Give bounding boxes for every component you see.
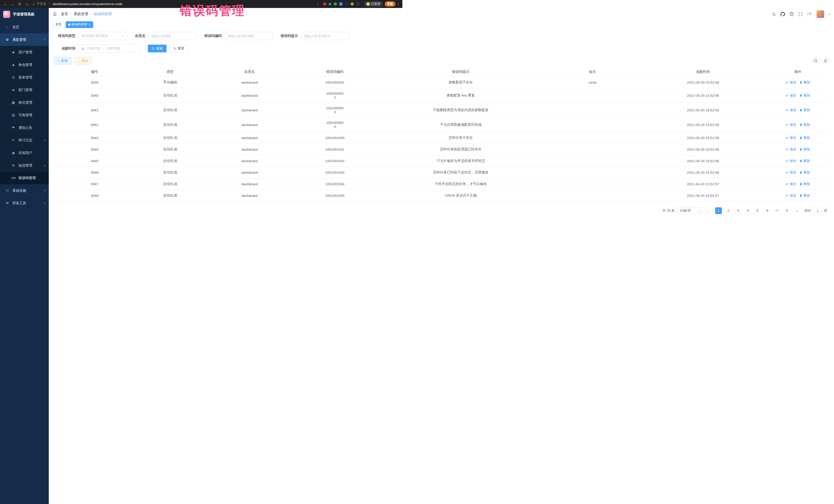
sidebar-item-online[interactable]: ◉ 在线用户: [0, 147, 49, 159]
tab-bar: 首页错误码管理×: [49, 20, 402, 29]
sidebar-item-notice[interactable]: ⚑ 通知公告: [0, 122, 49, 134]
role-icon: ♟: [11, 63, 15, 67]
cell-app: dashboard: [205, 155, 294, 167]
sidebar-item-home[interactable]: ⌂ 首页: [0, 21, 49, 34]
sidebar-item-user[interactable]: ☻ 用户管理: [0, 46, 49, 59]
breadcrumb-item[interactable]: 错误码管理: [94, 12, 112, 17]
plus-icon: +: [58, 59, 60, 63]
cell-hint: CRON 表达式不正确: [375, 190, 402, 201]
cell-id: 3944: [54, 144, 135, 155]
breadcrumb-item[interactable]: 首页: [61, 12, 68, 17]
sidebar-item-system[interactable]: ⚙ 系统管理 ∧: [0, 34, 49, 46]
dict-icon: ▤: [11, 113, 15, 117]
download-icon: ↓: [79, 59, 80, 63]
sidebar-item-post[interactable]: ▣ 岗位管理: [0, 96, 49, 109]
page-content: 错误码类型 请选择错误码类型 ∨ 应用名 错误码编码 错误码提示: [49, 29, 402, 243]
breadcrumb-separator: /: [70, 12, 71, 16]
filter-item-time: 创建时间 ▦ 开始日期 - 结束日期: [54, 44, 139, 52]
sidebar-item-infra[interactable]: ☷ 基础设施 ∨: [0, 184, 49, 197]
sidebar-item-tools[interactable]: ⚒ 研发工具 ∨: [0, 197, 49, 210]
cell-hint: 只有开启状态的任务，才可以修改: [375, 178, 402, 190]
column-header-3: 错误码编码: [294, 67, 375, 77]
url-text[interactable]: dashboard.yudao.iocoder.cn/system/error-…: [52, 2, 123, 6]
column-header-1: 类型: [135, 67, 205, 77]
cell-hint: 定时任务已经处于该状态，无需修改: [375, 167, 402, 178]
extension-icon[interactable]: [339, 2, 343, 6]
table-row: 3942 自动生成 dashboard 100100000 4 不允许获取敏感配…: [54, 117, 402, 132]
gear-icon: ⚙: [5, 38, 9, 42]
extension-icon[interactable]: [323, 2, 326, 6]
breadcrumb-separator: /: [90, 12, 91, 16]
browser-back-icon[interactable]: ←: [2, 2, 9, 6]
table-body: 3939 手动编辑 dashboard 1001000001 参数配置不存在 c…: [54, 77, 402, 201]
table-row: 3941 自动生成 dashboard 100100000 3 不能删除类型为系…: [54, 103, 402, 117]
paused-label: 已暂停: [371, 2, 380, 6]
reset-button-label: 重置: [178, 46, 184, 51]
pagination: 共 76 条 10条/页 ∨ ‹ 123456•••8 › 前往 页: [54, 207, 402, 214]
column-header-0: 编号: [54, 67, 135, 77]
sidebar-item-error-code[interactable]: </> 错误码管理: [0, 172, 49, 184]
export-button-label: 导出: [81, 59, 88, 63]
infra-icon: ☷: [5, 189, 9, 193]
cell-type: 自动生成: [135, 117, 205, 132]
error-code-input[interactable]: [225, 32, 272, 40]
cell-code: 100100000 4: [294, 117, 375, 132]
cell-type: 自动生成: [135, 190, 205, 201]
security-label: 不安全: [37, 2, 46, 6]
breadcrumb-item[interactable]: 系统管理: [74, 12, 88, 17]
error-type-select[interactable]: 请选择错误码类型 ∨: [79, 32, 127, 40]
emoji-face-icon: [367, 2, 370, 6]
sidebar-menu: ⌂ 首页 ⚙ 系统管理 ∧ ☻ 用户管理 ♟ 角色管理 ☰ 菜单管理 ♣ 部门管…: [0, 21, 49, 210]
app-logo[interactable]: 芋道管理系统: [0, 8, 49, 21]
browser-forward-icon[interactable]: →: [9, 2, 16, 6]
cell-hint: 只允许修改为开启或者关闭状态: [375, 155, 402, 167]
export-button[interactable]: ↓ 导出: [75, 57, 92, 65]
paused-badge[interactable]: 已暂停: [364, 1, 382, 7]
cell-id: 3939: [54, 77, 135, 88]
extension-icon[interactable]: [351, 2, 354, 6]
main-area: ☰ 首页/系统管理/错误码管理 TT ▾: [49, 8, 402, 243]
sidebar-item-role[interactable]: ♟ 角色管理: [0, 59, 49, 71]
sidebar-item-audit[interactable]: ✎ 审计日志 ∨: [0, 134, 49, 147]
search-button[interactable]: 搜索: [148, 45, 167, 52]
cell-type: 自动生成: [135, 144, 205, 155]
hamburger-icon[interactable]: ☰: [53, 12, 57, 17]
sidebar-item-sms[interactable]: ✉ 短信管理 ∨: [0, 159, 49, 172]
cell-type: 自动生成: [135, 88, 205, 103]
sidebar-item-menu[interactable]: ☰ 菜单管理: [0, 71, 49, 84]
browser-home-icon[interactable]: ⌂: [24, 2, 30, 6]
cell-id: 3946: [54, 167, 135, 178]
address-bar[interactable]: ⚠ 不安全 dashboard.yudao.iocoder.cn/system/…: [32, 2, 123, 6]
cell-app: dashboard: [205, 117, 294, 132]
browser-menu-dots-icon[interactable]: ⋮: [397, 2, 400, 6]
date-range-picker[interactable]: ▦ 开始日期 - 结束日期: [79, 44, 139, 52]
browser-reload-icon[interactable]: ↻: [17, 2, 23, 6]
cell-type: 手动编辑: [135, 77, 205, 88]
update-button[interactable]: 更新: [385, 1, 395, 7]
sidebar-item-dept[interactable]: ♣ 部门管理: [0, 84, 49, 96]
tab-error-code[interactable]: 错误码管理×: [66, 21, 93, 28]
table-row: 3945 自动生成 dashboard 1001001002 只允许修改为开启或…: [54, 155, 402, 167]
cell-code: 100100000 2: [294, 88, 375, 103]
tab-close-icon[interactable]: ×: [89, 23, 91, 26]
cell-code: 1001001005: [294, 190, 375, 201]
extension-icon[interactable]: [329, 3, 331, 5]
error-hint-input[interactable]: [301, 32, 349, 40]
tab-home[interactable]: 首页: [53, 21, 64, 28]
reset-button[interactable]: ↻ 重置: [170, 45, 188, 52]
chevron-down-icon: ∨: [44, 139, 46, 141]
cell-hint: 参数配置 key 重复: [375, 88, 402, 103]
extension-icon[interactable]: [334, 2, 337, 6]
sidebar-item-dict[interactable]: ▤ 字典管理: [0, 109, 49, 122]
browser-chrome: ← → ↻ ⌂ ⚠ 不安全 dashboard.yudao.iocoder.cn…: [0, 0, 402, 8]
filter-time-label: 创建时间: [54, 46, 75, 51]
bookmark-star-icon[interactable]: ☆: [316, 2, 320, 6]
add-button[interactable]: + 新增: [54, 57, 72, 65]
filter-item-code: 错误码编码: [204, 32, 273, 40]
online-icon: ◉: [11, 151, 15, 155]
column-header-2: 应用名: [205, 67, 294, 77]
app-name-input[interactable]: [149, 32, 196, 40]
extension-icon[interactable]: [356, 2, 359, 6]
extension-icon[interactable]: [345, 2, 348, 6]
table-row: 3948 自动生成 dashboard 1001001005 CRON 表达式不…: [54, 190, 402, 201]
